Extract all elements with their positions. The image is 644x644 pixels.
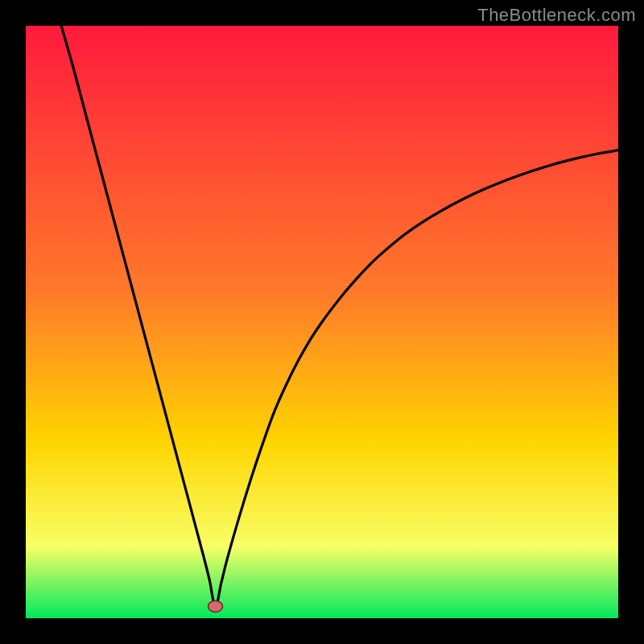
watermark-text: TheBottleneck.com [477,5,636,26]
chart-frame [26,26,618,618]
minimum-marker [208,601,223,612]
bottleneck-chart [26,26,618,618]
